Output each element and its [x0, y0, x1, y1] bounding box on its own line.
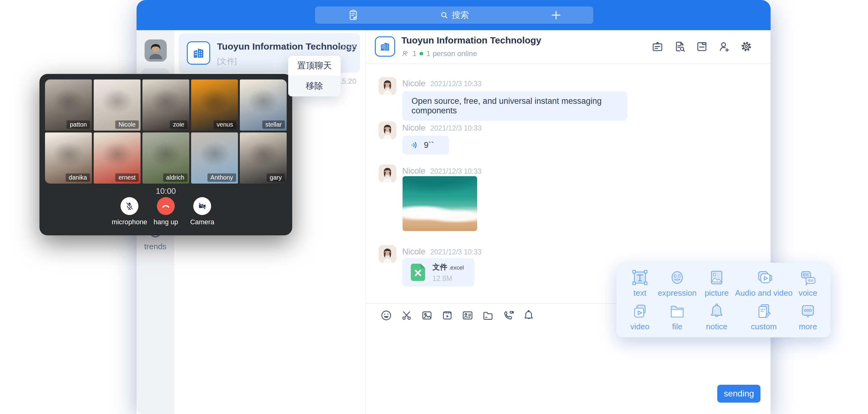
- popup-item-file[interactable]: file: [654, 302, 700, 331]
- participant-grid: patton Nicole zoie venus stellar danika …: [45, 79, 287, 184]
- building-icon: [191, 46, 206, 60]
- participant-tile: aldrich: [143, 132, 189, 184]
- hangup-button[interactable]: [157, 197, 175, 215]
- popup-item-custom[interactable]: custom: [733, 302, 795, 331]
- popup-item-voice[interactable]: voice: [795, 268, 821, 298]
- search-placeholder: 搜索: [452, 9, 469, 21]
- send-button[interactable]: sending: [717, 385, 761, 403]
- popup-item-text[interactable]: text: [626, 268, 654, 298]
- avatar[interactable]: [378, 245, 396, 263]
- popup-item-label: notice: [706, 322, 727, 331]
- participant-name: Nicole: [115, 121, 139, 129]
- voice-duration: 9``: [424, 140, 434, 150]
- popup-item-label: picture: [705, 288, 729, 298]
- online-status: 1 person online: [426, 49, 477, 58]
- picture-blue-icon: [708, 268, 725, 286]
- add-member-icon[interactable]: [718, 40, 731, 53]
- hangup-icon: [161, 201, 171, 211]
- camera-button[interactable]: [193, 197, 211, 215]
- search-icon: [439, 10, 449, 20]
- audio-video-icon: [755, 268, 773, 286]
- participant-tile: Anthony: [191, 132, 238, 184]
- building-icon: [379, 40, 391, 53]
- image-message-photo[interactable]: [403, 176, 477, 231]
- video-icon[interactable]: [441, 309, 454, 322]
- popup-item-picture[interactable]: picture: [700, 268, 733, 298]
- popup-item-label: file: [672, 322, 682, 331]
- participant-name: venus: [214, 121, 236, 129]
- message-time: 2021/12/3 10:33: [430, 80, 482, 88]
- call-timer: 10:00: [39, 186, 292, 196]
- file-size: 12.8M: [432, 275, 464, 283]
- menu-item-pin-chat[interactable]: 置顶聊天: [288, 56, 341, 75]
- popup-item-more[interactable]: more: [795, 302, 821, 331]
- chat-header: Tuoyun Information Technology 1 1 person…: [366, 30, 771, 64]
- video-call-icon[interactable]: [502, 309, 515, 322]
- context-menu: 置顶聊天 移除: [288, 56, 341, 96]
- avatar[interactable]: [378, 164, 396, 182]
- screenshot-icon[interactable]: [400, 309, 413, 322]
- members-icon: [401, 50, 409, 58]
- notification-icon[interactable]: [523, 309, 535, 322]
- avatar[interactable]: [378, 121, 396, 139]
- conversation-title: Tuoyun Information Technology: [217, 41, 357, 52]
- hangup-label: hang up: [154, 218, 178, 226]
- participant-tile: patton: [45, 79, 92, 131]
- message-text-content: Open source, free, and universal instant…: [411, 96, 618, 116]
- folder-icon[interactable]: [482, 309, 494, 322]
- history-search-icon[interactable]: [673, 40, 686, 53]
- voice-wave-icon: [410, 140, 420, 150]
- add-icon[interactable]: [550, 9, 562, 21]
- my-avatar[interactable]: [145, 39, 167, 62]
- text-bubble: Open source, free, and universal instant…: [402, 91, 627, 121]
- message-author: Nicole: [402, 79, 425, 88]
- popup-item-video[interactable]: video: [626, 302, 654, 331]
- announcement-icon[interactable]: [651, 40, 664, 53]
- popup-item-label: Audio and video: [735, 288, 793, 298]
- chat-subtitle: 1 1 person online: [401, 49, 477, 58]
- file-bubble[interactable]: 文件 .excel 12.8M: [402, 258, 474, 286]
- popup-item-notice[interactable]: notice: [700, 302, 733, 331]
- conversation-last-message: [文件]: [217, 56, 237, 66]
- participant-name: aldrich: [163, 173, 187, 182]
- conversation2-time: 15:20: [338, 77, 356, 86]
- participant-tile: Nicole: [94, 79, 141, 131]
- composer-toolbar: [380, 309, 535, 322]
- excel-file-icon: [408, 263, 428, 282]
- message-author: Nicole: [402, 123, 425, 133]
- picture-icon[interactable]: [421, 309, 433, 322]
- voice-bubble-icon: [799, 268, 817, 286]
- avatar[interactable]: [378, 77, 396, 95]
- menu-item-remove[interactable]: 移除: [288, 75, 341, 96]
- call-controls: microphone hang up: [39, 197, 292, 226]
- participant-name: gary: [267, 173, 285, 182]
- video-call-panel: patton Nicole zoie venus stellar danika …: [39, 74, 292, 235]
- popup-item-audio-and-video[interactable]: Audio and video: [733, 268, 795, 298]
- camera-muted-icon: [197, 201, 207, 211]
- microphone-button[interactable]: [121, 197, 138, 215]
- contact-card-icon[interactable]: [461, 309, 474, 322]
- participant-name: Anthony: [208, 173, 236, 182]
- popup-item-label: text: [633, 288, 646, 298]
- settings-icon[interactable]: [740, 40, 753, 53]
- text-frame-icon: [631, 268, 649, 286]
- participant-name: zoie: [170, 121, 187, 129]
- emoji-icon[interactable]: [380, 309, 393, 322]
- search-bar[interactable]: 搜索: [315, 6, 593, 24]
- voice-bubble[interactable]: 9``: [402, 135, 449, 155]
- participant-name: patton: [67, 121, 90, 129]
- microphone-control: microphone: [115, 197, 144, 226]
- video-blue-icon: [631, 302, 649, 320]
- folder-blue-icon: [668, 302, 686, 320]
- file-page-icon[interactable]: [695, 40, 708, 53]
- camera-label: Camera: [190, 218, 214, 226]
- custom-doc-icon: [755, 302, 773, 320]
- message-time: 2021/12/3 10:33: [430, 124, 482, 132]
- topbar: 搜索: [136, 0, 771, 30]
- popup-item-expression[interactable]: expression: [654, 268, 700, 298]
- screen: 搜索 trend: [0, 0, 868, 414]
- file-name: 文件: [432, 263, 447, 271]
- message-author: Nicole: [402, 166, 425, 176]
- participant-tile: gary: [240, 132, 287, 184]
- participant-tile: venus: [191, 79, 238, 131]
